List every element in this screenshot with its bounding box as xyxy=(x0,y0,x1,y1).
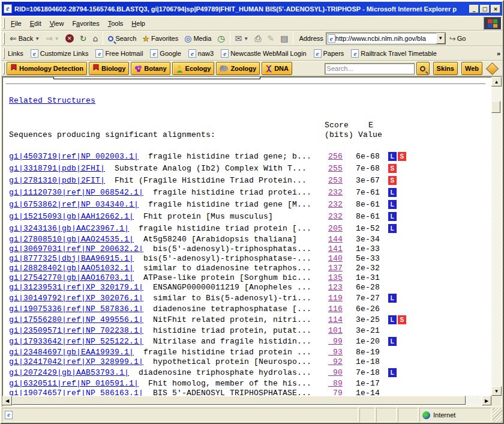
structure-badge[interactable]: S xyxy=(388,164,397,173)
sequence-id-link[interactable]: gi|23484697|gb|EAA19939.1| xyxy=(9,348,134,357)
scroll-right-arrow[interactable]: ▶ xyxy=(482,396,491,405)
scroll-left-arrow[interactable]: ◀ xyxy=(2,396,12,405)
horizontal-scroll-track[interactable] xyxy=(466,396,482,406)
score-link[interactable]: 144 xyxy=(319,235,343,244)
related-sequences-badge[interactable]: L xyxy=(388,224,397,233)
related-sequences-badge[interactable]: L xyxy=(388,212,397,221)
score-link[interactable]: 101 xyxy=(319,326,343,335)
skins-button[interactable]: Skins xyxy=(433,62,458,75)
score-link[interactable]: 79 xyxy=(319,389,343,396)
toolbar-grip[interactable] xyxy=(3,18,5,29)
maximize-button[interactable]: □ xyxy=(480,5,490,13)
toolbar-search-input[interactable] xyxy=(325,63,415,74)
score-link[interactable]: 92 xyxy=(319,357,343,366)
sequence-id-link[interactable]: gi|11120730|ref|NP_068542.1| xyxy=(9,188,143,197)
menu-help[interactable]: Help xyxy=(127,18,149,29)
discuss-button[interactable]: ▤ xyxy=(277,32,291,46)
related-sequences-badge[interactable]: L xyxy=(388,188,397,197)
related-sequences-badge[interactable]: L xyxy=(388,200,397,209)
menu-view[interactable]: View xyxy=(46,18,68,29)
sequence-id-link[interactable]: gi|19075336|ref|NP_587836.1| xyxy=(9,304,143,313)
sequence-id-link[interactable]: gi|3243136|gb|AAC23967.1| xyxy=(9,224,129,233)
score-link[interactable]: 141 xyxy=(319,244,343,253)
sequence-id-link[interactable]: gi|8777325|dbj|BAA96915.1| xyxy=(9,254,134,263)
ecology-button[interactable]: Ecology xyxy=(172,62,215,75)
sequence-id-link[interactable]: gi|15215093|gb|AAH12662.1| xyxy=(9,212,134,221)
mail-button[interactable]: ✉ ▼ xyxy=(232,32,252,46)
window-resize-grip[interactable] xyxy=(493,408,502,422)
link-item-free-hotmail[interactable]: eFree Hotmail xyxy=(92,48,146,59)
edit-button[interactable]: ✎ xyxy=(264,32,277,46)
score-link[interactable]: 232 xyxy=(319,200,343,209)
sequence-id-link[interactable]: gi|2072429|gb|AAB53793.1| xyxy=(9,368,129,377)
sequence-id-link[interactable]: gi|19074657|ref|NP_586163.1| xyxy=(9,389,143,396)
sequence-id-link[interactable]: gi|4503719|ref|NP_002003.1| xyxy=(9,152,139,161)
mail-dropdown[interactable]: ▼ xyxy=(244,36,248,41)
toolbar-grip[interactable] xyxy=(3,62,5,74)
score-link[interactable]: 255 xyxy=(319,164,343,173)
links-overflow-chevron[interactable]: » xyxy=(497,50,500,57)
sequence-id-link[interactable]: gi|27542770|gb|AAO16703.1| xyxy=(9,273,134,282)
structure-badge[interactable]: S xyxy=(388,176,397,185)
vertical-scroll-track[interactable] xyxy=(491,86,502,386)
score-link[interactable]: 114 xyxy=(319,315,343,324)
score-link[interactable]: 93 xyxy=(319,348,343,357)
forward-button[interactable]: ⇒ ▼ xyxy=(43,32,62,46)
score-link[interactable]: 90 xyxy=(319,368,343,377)
horizontal-scrollbar[interactable]: ◀ ▶ xyxy=(2,396,491,406)
score-link[interactable]: 232 xyxy=(319,212,343,221)
search-button[interactable]: Search xyxy=(105,32,139,46)
home-button[interactable]: ⌂ xyxy=(90,32,101,46)
sequence-id-link[interactable]: gi|17556280|ref|NP_499556.1| xyxy=(9,315,143,324)
menu-file[interactable]: File xyxy=(7,18,26,29)
stop-button[interactable]: ✕ xyxy=(62,32,77,46)
score-link[interactable]: 205 xyxy=(319,224,343,233)
score-link[interactable]: 116 xyxy=(319,304,343,313)
toolbar-grip[interactable] xyxy=(3,48,5,59)
dna-button[interactable]: DNA xyxy=(262,62,292,75)
sequence-id-link[interactable]: gi|6753862|ref|NP_034340.1| xyxy=(9,200,139,209)
menu-edit[interactable]: Edit xyxy=(26,18,46,29)
link-item-papers[interactable]: ePapers xyxy=(310,48,348,59)
address-input[interactable] xyxy=(335,35,436,42)
sequence-id-link[interactable]: gi|17933642|ref|NP_525122.1| xyxy=(9,337,143,346)
sequence-id-link[interactable]: gi|23509571|ref|NP_702238.1| xyxy=(9,326,143,335)
link-item-google[interactable]: eGoogle xyxy=(146,48,184,59)
link-item-customize-links[interactable]: eCustomize Links xyxy=(27,48,92,59)
score-link[interactable]: 135 xyxy=(319,273,343,282)
score-link[interactable]: 253 xyxy=(319,176,343,185)
media-button[interactable]: ◎ Media xyxy=(181,32,214,46)
score-link[interactable]: 119 xyxy=(319,294,343,303)
vertical-scroll-thumb[interactable] xyxy=(491,101,500,113)
horizontal-scroll-thumb[interactable] xyxy=(12,396,466,405)
related-sequences-badge[interactable]: L xyxy=(388,152,397,161)
sequence-id-link[interactable]: gi|31239531|ref|XP_320179.1| xyxy=(9,283,143,292)
sequence-id-link[interactable]: gi|2781310|pdb|2FIT| xyxy=(9,176,105,185)
title-bar[interactable]: e RID=1061804602-28794-1565746.BLASTQ3, … xyxy=(2,2,502,16)
homology-detection-button[interactable]: Homology Detection xyxy=(7,62,87,75)
sequence-id-link[interactable]: gi|30149792|ref|XP_302076.1| xyxy=(9,294,143,303)
sequence-id-link[interactable]: gi|3318791|pdb|2FHI| xyxy=(9,164,105,173)
back-dropdown[interactable]: ▼ xyxy=(35,36,40,41)
address-dropdown[interactable]: ▼ xyxy=(436,33,445,44)
go-button[interactable]: ↪ Go xyxy=(446,33,470,44)
score-link[interactable]: 123 xyxy=(319,283,343,292)
related-sequences-badge[interactable]: L xyxy=(388,368,397,377)
link-item-railtrack-travel-timetable[interactable]: eRailtrack Travel Timetable xyxy=(347,48,440,59)
biology-button[interactable]: Biology xyxy=(89,62,129,75)
close-button[interactable]: × xyxy=(491,5,500,13)
score-link[interactable]: 89 xyxy=(319,379,343,388)
sequence-id-link[interactable]: gi|28828402|gb|AAO51032.1| xyxy=(9,264,134,273)
print-button[interactable]: ⎙ xyxy=(251,32,264,46)
vertical-scrollbar[interactable]: ▲ ▼ xyxy=(491,77,502,396)
botany-button[interactable]: Botany xyxy=(131,62,170,75)
history-button[interactable]: ◷ xyxy=(214,32,227,46)
sequence-id-link[interactable]: gi|30697031|ref|NP_200632.2| xyxy=(9,244,143,253)
scroll-down-arrow[interactable]: ▼ xyxy=(491,386,502,396)
sequence-id-link[interactable]: gi|27808510|gb|AAO24535.1| xyxy=(9,235,134,244)
structure-badge[interactable]: S xyxy=(398,152,406,161)
score-link[interactable]: 232 xyxy=(319,188,343,197)
score-link[interactable]: 137 xyxy=(319,264,343,273)
related-sequences-badge[interactable]: L xyxy=(388,294,397,303)
scroll-up-arrow[interactable]: ▲ xyxy=(491,77,502,86)
